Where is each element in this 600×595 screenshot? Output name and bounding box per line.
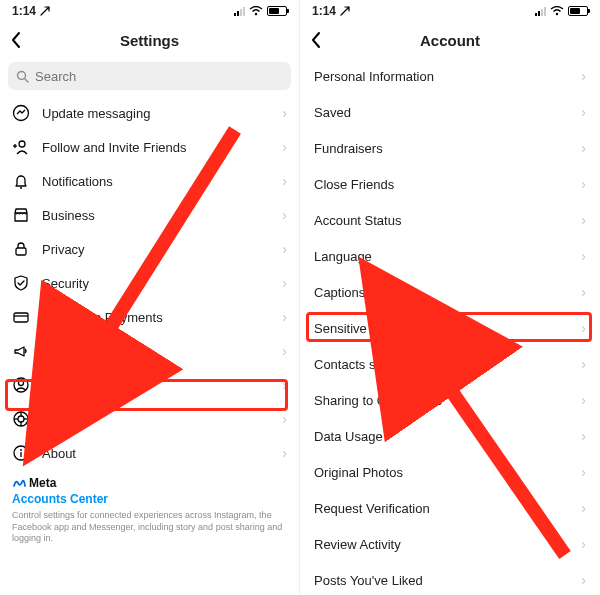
wifi-icon: [249, 6, 263, 16]
battery-icon: [267, 6, 287, 16]
card-icon: [12, 308, 30, 326]
svg-point-4: [19, 141, 25, 147]
chevron-right-icon: ›: [282, 309, 287, 325]
row-request-verification[interactable]: Request Verification›: [300, 490, 600, 526]
search-field[interactable]: [8, 62, 291, 90]
row-security[interactable]: Security ›: [0, 266, 299, 300]
chevron-right-icon: ›: [581, 572, 586, 588]
wifi-icon: [550, 6, 564, 16]
row-follow-invite[interactable]: Follow and Invite Friends ›: [0, 130, 299, 164]
chevron-right-icon: ›: [581, 176, 586, 192]
row-ads[interactable]: Ads ›: [0, 334, 299, 368]
accounts-center-link[interactable]: Accounts Center: [12, 492, 287, 506]
chevron-right-icon: ›: [282, 445, 287, 461]
meta-brand: Meta: [12, 476, 287, 490]
settings-screen: 1:14 Settings: [0, 0, 300, 595]
chevron-right-icon: ›: [581, 536, 586, 552]
add-person-icon: [12, 138, 30, 156]
row-saved[interactable]: Saved›: [300, 94, 600, 130]
row-review-activity[interactable]: Review Activity›: [300, 526, 600, 562]
row-account-status[interactable]: Account Status›: [300, 202, 600, 238]
cellular-icon: [234, 7, 245, 16]
back-button[interactable]: [10, 31, 22, 49]
back-button[interactable]: [310, 31, 322, 49]
megaphone-icon: [12, 342, 30, 360]
chevron-right-icon: ›: [282, 241, 287, 257]
row-label: Request Verification: [314, 501, 569, 516]
chevron-right-icon: ›: [581, 500, 586, 516]
chevron-right-icon: ›: [581, 464, 586, 480]
chevron-right-icon: ›: [282, 139, 287, 155]
row-update-messaging[interactable]: Update messaging ›: [0, 96, 299, 130]
svg-point-14: [18, 416, 24, 422]
chevron-right-icon: ›: [581, 212, 586, 228]
row-data-usage[interactable]: Data Usage›: [300, 418, 600, 454]
bell-icon: [12, 172, 30, 190]
row-privacy[interactable]: Privacy ›: [0, 232, 299, 266]
svg-rect-8: [16, 248, 26, 255]
row-label: Contacts syncing: [314, 357, 569, 372]
svg-line-2: [25, 78, 29, 82]
row-fundraisers[interactable]: Fundraisers›: [300, 130, 600, 166]
row-label: Fundraisers: [314, 141, 569, 156]
row-label: Saved: [314, 105, 569, 120]
row-label: Privacy: [42, 242, 270, 257]
row-original-photos[interactable]: Original Photos›: [300, 454, 600, 490]
info-icon: [12, 444, 30, 462]
account-icon: [12, 376, 30, 394]
row-label: Notifications: [42, 174, 270, 189]
svg-point-3: [14, 106, 29, 121]
row-label: Help: [42, 412, 270, 427]
search-input[interactable]: [35, 69, 283, 84]
chevron-right-icon: ›: [282, 377, 287, 393]
chevron-right-icon: ›: [581, 104, 586, 120]
row-help[interactable]: Help ›: [0, 402, 299, 436]
row-label: Original Photos: [314, 465, 569, 480]
footer-description: Control settings for connected experienc…: [12, 510, 287, 545]
location-icon: [40, 6, 50, 16]
row-about[interactable]: About ›: [0, 436, 299, 470]
row-captions[interactable]: Captions›: [300, 274, 600, 310]
row-sharing-other-apps[interactable]: Sharing to Other Apps›: [300, 382, 600, 418]
row-business[interactable]: Business ›: [0, 198, 299, 232]
svg-point-22: [556, 13, 558, 15]
meta-label: Meta: [29, 476, 56, 490]
row-label: Follow and Invite Friends: [42, 140, 270, 155]
row-label: Captions: [314, 285, 569, 300]
page-title: Account: [420, 32, 480, 49]
shield-icon: [12, 274, 30, 292]
nav-bar: Account: [300, 22, 600, 58]
row-label: Posts You've Liked: [314, 573, 569, 588]
row-label: Account Status: [314, 213, 569, 228]
row-promotion-payments[interactable]: Promotion Payments ›: [0, 300, 299, 334]
row-personal-information[interactable]: Personal Information›: [300, 58, 600, 94]
battery-icon: [568, 6, 588, 16]
chevron-right-icon: ›: [282, 411, 287, 427]
cellular-icon: [535, 7, 546, 16]
row-label: Promotion Payments: [42, 310, 270, 325]
row-label: Business: [42, 208, 270, 223]
location-icon: [340, 6, 350, 16]
chevron-right-icon: ›: [282, 343, 287, 359]
row-close-friends[interactable]: Close Friends›: [300, 166, 600, 202]
chevron-right-icon: ›: [581, 428, 586, 444]
row-account[interactable]: Account ›: [0, 368, 299, 402]
status-bar: 1:14: [300, 0, 600, 22]
row-label: Personal Information: [314, 69, 569, 84]
chevron-right-icon: ›: [282, 275, 287, 291]
page-title: Settings: [120, 32, 179, 49]
row-contacts-syncing[interactable]: Contacts syncing›: [300, 346, 600, 382]
row-posts-youve-liked[interactable]: Posts You've Liked›: [300, 562, 600, 595]
svg-point-0: [255, 13, 257, 15]
row-notifications[interactable]: Notifications ›: [0, 164, 299, 198]
meta-icon: [12, 478, 26, 488]
row-sensitive-content-control[interactable]: Sensitive Content Control›: [300, 310, 600, 346]
chevron-right-icon: ›: [581, 140, 586, 156]
storefront-icon: [12, 206, 30, 224]
row-label: Update messaging: [42, 106, 270, 121]
row-label: Sharing to Other Apps: [314, 393, 569, 408]
row-language[interactable]: Language›: [300, 238, 600, 274]
svg-point-12: [19, 381, 24, 386]
chevron-right-icon: ›: [581, 356, 586, 372]
row-label: Sensitive Content Control: [314, 321, 569, 336]
